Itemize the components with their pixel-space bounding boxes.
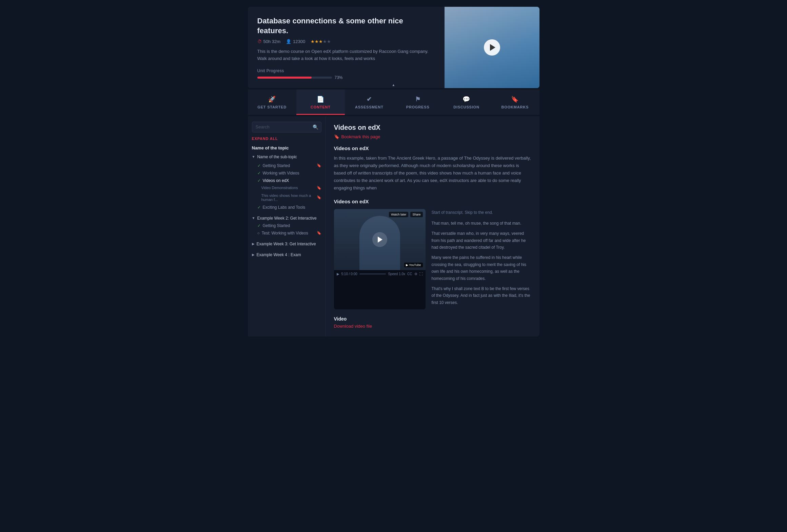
- content-title: Videos on edX: [334, 124, 531, 131]
- section2-title: Videos on edX: [334, 199, 531, 204]
- content-panel: Videos on edX 🔖 Bookmark this page Video…: [326, 116, 539, 336]
- check-icon: ✓: [257, 205, 261, 210]
- week2-section: ▼ Example Week 2: Get Interactive ✓ Gett…: [252, 214, 321, 237]
- users-icon: 👤: [286, 39, 291, 44]
- tab-discussion[interactable]: 💬 DISCUSSION: [442, 89, 491, 115]
- sidebar: 🔍 EXPAND ALL Name of the topic ▼ Name of…: [248, 116, 326, 336]
- week3-header[interactable]: ▶ Example Week 3: Get Interactive: [252, 240, 321, 248]
- hero-enrollments: 👤 12300: [286, 39, 305, 44]
- settings-icon[interactable]: ⚙: [414, 272, 417, 276]
- transcript-para-4: That's why I shall zone text B to be the…: [432, 285, 531, 306]
- hero-collapse-icon[interactable]: ▲: [392, 83, 395, 87]
- youtube-badge: ▶ YouTube: [404, 263, 423, 267]
- cc-btn[interactable]: CC: [407, 272, 412, 276]
- week2-test-videos[interactable]: ○ Test: Working with Videos 🔖: [252, 229, 321, 237]
- tab-assessment[interactable]: ✔ ASSESSMENT: [345, 89, 393, 115]
- chevron-down-icon: ▼: [252, 155, 255, 159]
- progress-bar-fill: [257, 77, 312, 79]
- hero-content: Database connections & some other nice f…: [248, 7, 445, 88]
- chevron-right-icon: ▶: [252, 253, 255, 257]
- sidebar-item-labs[interactable]: ✓ Exciting Labs and Tools: [252, 204, 321, 211]
- tab-content[interactable]: 📄 CONTENT: [296, 89, 345, 115]
- check-icon: ✓: [257, 163, 261, 168]
- get-started-icon: 🚀: [268, 96, 276, 103]
- video-top-controls: Watch later Share: [389, 212, 422, 217]
- hero-play-button[interactable]: [484, 39, 500, 56]
- discussion-icon: 💬: [463, 96, 470, 103]
- bookmarks-icon: 🔖: [511, 96, 519, 103]
- search-input[interactable]: [256, 124, 313, 129]
- tab-bookmarks[interactable]: 🔖 BOOKMARKS: [491, 89, 539, 115]
- video-content-row: Watch later Share ▶ YouTube ▶ 5:10 / 0:0…: [334, 209, 531, 309]
- transcript-para-1: That man, tell me, oh muse, the song of …: [432, 220, 531, 227]
- chevron-down-icon: ▼: [252, 216, 255, 220]
- sidebar-item-videos-edx[interactable]: ✓ Videos on edX: [252, 177, 321, 184]
- tab-get-started[interactable]: 🚀 GET STARTED: [248, 89, 296, 115]
- check-icon: ✓: [257, 223, 261, 228]
- circle-icon: ○: [257, 231, 260, 236]
- progress-label: Unit Progress: [257, 68, 435, 73]
- bookmark-icon[interactable]: 🔖: [317, 186, 321, 190]
- week4-section: ▶ Example Week 4 : Exam: [252, 251, 321, 259]
- hero-meta: ⏱ 50h 32m 👤 12300 ★★★★★: [257, 39, 435, 44]
- transcript-panel: Start of transcript. Skip to the end. Th…: [432, 209, 531, 309]
- assessment-icon: ✔: [367, 96, 372, 103]
- speed-btn[interactable]: Speed 1.0x: [388, 272, 405, 276]
- week4-header[interactable]: ▶ Example Week 4 : Exam: [252, 251, 321, 259]
- video-embed: Watch later Share ▶ YouTube ▶ 5:10 / 0:0…: [334, 209, 426, 309]
- transcript-para-2: That versatile man who, in very many way…: [432, 230, 531, 251]
- progress-pct: 73%: [335, 75, 343, 80]
- sidebar-item-working-videos[interactable]: ✓ Working with Videos: [252, 169, 321, 177]
- bookmark-icon[interactable]: 🔖: [317, 195, 321, 200]
- download-video-link[interactable]: Download video file: [334, 324, 372, 329]
- sidebar-item-getting-started[interactable]: ✓ Getting Started 🔖: [252, 162, 321, 169]
- transcript-para-3: Many were the pains he suffered in his h…: [432, 254, 531, 282]
- bookmark-icon[interactable]: 🔖: [317, 231, 321, 235]
- progress-icon: ⚑: [415, 96, 421, 103]
- hero-duration: ⏱ 50h 32m: [257, 39, 281, 44]
- hero-title: Database connections & some other nice f…: [257, 16, 435, 36]
- video-controls-bar: ▶ 5:10 / 0:00 Speed 1.0x CC ⚙ ⛶: [334, 270, 426, 278]
- bookmark-icon: 🔖: [334, 134, 339, 139]
- week2-getting-started[interactable]: ✓ Getting Started: [252, 222, 321, 229]
- video-time: 5:10 / 0:00: [341, 272, 357, 276]
- week2-header[interactable]: ▼ Example Week 2: Get Interactive: [252, 214, 321, 222]
- hero-description: This is the demo course on Open edX plat…: [257, 48, 435, 62]
- hero-section: Database connections & some other nice f…: [248, 7, 539, 88]
- section1-title: Videos on edX: [334, 145, 531, 151]
- clock-icon: ⏱: [257, 39, 262, 44]
- main-content: 🔍 EXPAND ALL Name of the topic ▼ Name of…: [248, 116, 539, 336]
- nav-tabs: 🚀 GET STARTED 📄 CONTENT ✔ ASSESSMENT ⚑ P…: [248, 89, 539, 115]
- video-progress[interactable]: [359, 273, 386, 274]
- section1-text: In this example, taken from The Ancient …: [334, 155, 531, 192]
- video-footer: Video Download video file: [334, 316, 531, 329]
- bookmark-page-button[interactable]: 🔖 Bookmark this page: [334, 134, 531, 139]
- tab-progress[interactable]: ⚑ PROGRESS: [393, 89, 442, 115]
- sidebar-item-video-demos[interactable]: Video Demonstrations 🔖: [252, 184, 321, 191]
- app-wrapper: Database connections & some other nice f…: [248, 7, 539, 336]
- play-icon[interactable]: ▶: [337, 272, 339, 276]
- content-icon: 📄: [317, 96, 324, 103]
- video-thumbnail: Watch later Share ▶ YouTube: [334, 209, 426, 270]
- share-btn[interactable]: Share: [410, 212, 422, 217]
- check-icon: ✓: [257, 178, 261, 183]
- watch-later-btn[interactable]: Watch later: [389, 212, 408, 217]
- sub-topic-header[interactable]: ▼ Name of the sub-topic: [252, 154, 321, 160]
- expand-all-button[interactable]: EXPAND ALL: [252, 137, 321, 141]
- video-play-overlay[interactable]: [372, 232, 387, 247]
- sidebar-item-video-transcript[interactable]: This video shows how much a human f... 🔖: [252, 192, 321, 203]
- check-icon: ✓: [257, 171, 261, 176]
- bookmark-icon[interactable]: 🔖: [317, 163, 321, 168]
- search-icon[interactable]: 🔍: [313, 124, 318, 130]
- progress-bar-bg: [257, 77, 332, 79]
- hero-image: [445, 7, 539, 88]
- transcript-header: Start of transcript. Skip to the end.: [432, 209, 531, 217]
- topic-heading: Name of the topic: [252, 145, 321, 150]
- video-label: Video: [334, 316, 531, 322]
- week3-section: ▶ Example Week 3: Get Interactive: [252, 240, 321, 248]
- hero-stars: ★★★★★: [311, 39, 331, 44]
- search-box[interactable]: 🔍: [252, 122, 321, 132]
- fullscreen-icon[interactable]: ⛶: [419, 272, 423, 276]
- chevron-right-icon: ▶: [252, 242, 255, 246]
- progress-row: 73%: [257, 75, 435, 80]
